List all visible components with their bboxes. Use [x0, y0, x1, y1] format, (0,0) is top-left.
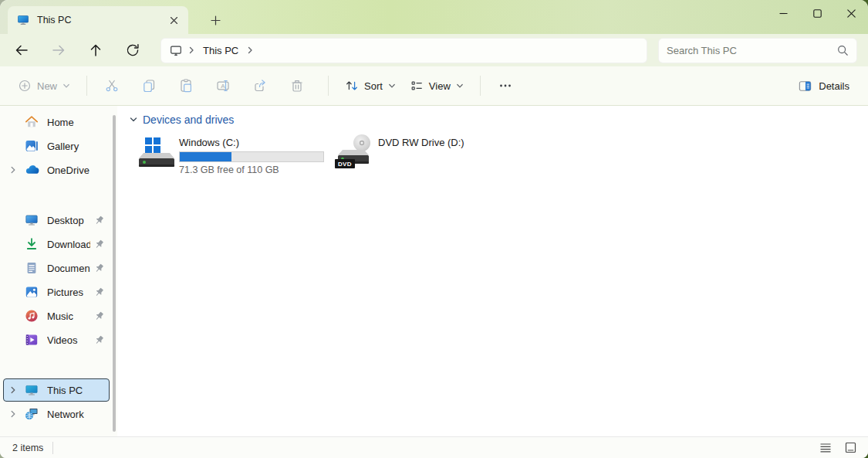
this-pc-tab-icon	[17, 14, 29, 26]
sort-label: Sort	[364, 80, 383, 92]
window-controls	[766, 0, 868, 34]
music-icon	[22, 309, 41, 323]
windows-drive-icon	[137, 133, 176, 170]
group-title: Devices and drives	[143, 114, 234, 126]
sidebar-item-label: Home	[47, 117, 90, 128]
expand-chevron-icon[interactable]	[4, 410, 22, 418]
drive-name: Windows (C:)	[179, 137, 324, 148]
onedrive-icon	[22, 163, 41, 178]
sidebar-item-label: Desktop	[47, 215, 90, 226]
sidebar-item-onedrive[interactable]: OneDrive	[3, 158, 110, 182]
maximize-button[interactable]	[800, 0, 834, 26]
details-view-toggle[interactable]	[816, 439, 836, 456]
collapse-chevron-icon[interactable]	[129, 115, 138, 124]
up-button[interactable]	[83, 38, 108, 63]
sidebar-item-this-pc[interactable]: This PC	[3, 378, 110, 402]
pin-icon	[90, 287, 107, 297]
sidebar-item-documents[interactable]: Documents	[3, 256, 110, 280]
address-bar[interactable]: This PC	[160, 38, 647, 63]
search-icon[interactable]	[836, 44, 849, 56]
paste-button[interactable]	[171, 72, 201, 100]
view-button[interactable]: View	[403, 74, 471, 97]
drive-tiles: Windows (C:) 71.3 GB free of 110 GB	[129, 133, 868, 175]
toolbar-divider	[328, 76, 329, 96]
new-label: New	[37, 80, 57, 92]
search-input[interactable]	[667, 45, 836, 56]
rename-button[interactable]: A	[208, 72, 238, 100]
chevron-down-icon	[388, 82, 396, 90]
share-button[interactable]	[245, 72, 275, 100]
back-button[interactable]	[9, 38, 34, 63]
group-header-devices-and-drives[interactable]: Devices and drives	[129, 114, 868, 126]
titlebar: This PC	[0, 0, 868, 34]
drive-dvd-d[interactable]: DVD DVD RW Drive (D:)	[336, 133, 535, 175]
sidebar-item-videos[interactable]: Videos	[3, 328, 110, 351]
tab-close-icon[interactable]	[165, 12, 182, 29]
refresh-button[interactable]	[120, 38, 145, 63]
sidebar-item-gallery[interactable]: Gallery	[3, 134, 110, 158]
explorer-tab[interactable]: This PC	[8, 6, 188, 34]
videos-icon	[22, 333, 41, 347]
cut-button[interactable]	[96, 72, 127, 100]
dvd-badge: DVD	[335, 159, 355, 168]
this-pc-icon	[22, 383, 41, 397]
chevron-down-icon	[62, 82, 70, 90]
breadcrumb-chevron-icon	[187, 46, 195, 54]
toolbar-divider	[480, 76, 481, 96]
minimize-button[interactable]	[766, 0, 800, 26]
sidebar-item-label: Music	[47, 310, 90, 322]
new-button[interactable]: New	[11, 74, 77, 97]
home-icon	[22, 115, 41, 129]
dvd-drive-icon: DVD	[336, 133, 375, 170]
sidebar-item-label: This PC	[47, 385, 90, 396]
sort-button[interactable]: Sort	[338, 74, 403, 97]
view-label: View	[429, 80, 451, 92]
sidebar-scrollbar[interactable]	[113, 115, 116, 432]
pin-icon	[90, 263, 107, 273]
more-options-button[interactable]	[490, 72, 521, 100]
sidebar-item-downloads[interactable]: Downloads	[3, 232, 110, 256]
pin-icon	[90, 239, 107, 249]
delete-button[interactable]	[282, 72, 312, 100]
network-icon	[22, 407, 41, 421]
documents-icon	[22, 261, 41, 275]
sidebar-item-label: Gallery	[47, 141, 90, 152]
details-pane-icon	[798, 79, 812, 93]
tab-title: This PC	[37, 15, 165, 25]
close-button[interactable]	[834, 0, 868, 26]
search-box	[658, 38, 857, 63]
expand-chevron-icon[interactable]	[4, 166, 22, 174]
command-toolbar: New A	[0, 66, 868, 106]
gallery-icon	[22, 139, 41, 153]
status-bar: 2 items	[0, 436, 868, 458]
sidebar: Home Gallery	[0, 106, 117, 436]
content-area: Devices and drives	[117, 106, 868, 436]
sidebar-item-desktop[interactable]: Desktop	[3, 209, 110, 232]
breadcrumb-chevron-icon[interactable]	[246, 46, 254, 54]
expand-chevron-icon[interactable]	[4, 386, 22, 394]
sidebar-item-label: OneDrive	[47, 165, 90, 176]
sidebar-item-pictures[interactable]: Pictures	[3, 280, 110, 304]
sidebar-item-label: Downloads	[47, 239, 90, 250]
sidebar-item-music[interactable]: Music	[3, 304, 110, 327]
sidebar-item-network[interactable]: Network	[3, 402, 110, 426]
sidebar-item-label: Videos	[47, 334, 90, 346]
breadcrumb-this-pc[interactable]: This PC	[200, 43, 241, 58]
sidebar-item-home[interactable]: Home	[3, 110, 110, 134]
drive-name: DVD RW Drive (D:)	[378, 137, 464, 148]
large-thumbnails-view-toggle[interactable]	[840, 439, 860, 456]
status-divider	[52, 442, 53, 454]
new-plus-icon	[18, 79, 32, 93]
location-monitor-icon	[169, 43, 183, 57]
items-count: 2 items	[12, 443, 43, 453]
new-tab-button[interactable]	[205, 10, 225, 30]
pin-icon	[90, 311, 107, 321]
drive-usage-bar	[179, 151, 324, 162]
sidebar-item-label: Network	[47, 409, 90, 420]
drive-free-space: 71.3 GB free of 110 GB	[179, 165, 324, 175]
downloads-icon	[22, 237, 41, 251]
details-pane-button[interactable]: Details	[790, 74, 857, 98]
forward-button[interactable]	[46, 38, 71, 63]
drive-windows-c[interactable]: Windows (C:) 71.3 GB free of 110 GB	[137, 133, 336, 175]
copy-button[interactable]	[133, 72, 164, 100]
